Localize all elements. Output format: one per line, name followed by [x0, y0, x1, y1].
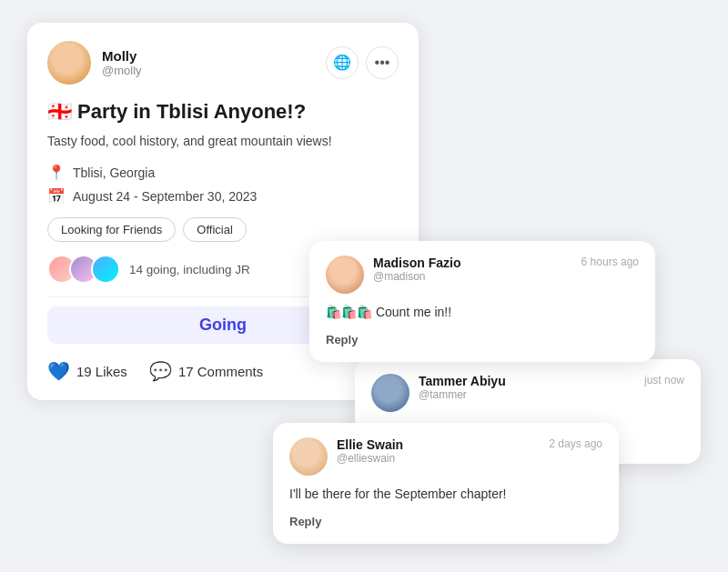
more-icon: •••	[375, 55, 390, 71]
tag-official[interactable]: Official	[183, 217, 247, 242]
comments-reaction[interactable]: 💬 17 Comments	[149, 360, 263, 382]
attendees-text: 14 going, including JR	[129, 263, 250, 276]
reactions-row: 💙 19 Likes 💬 17 Comments	[47, 360, 399, 382]
comment-card-ellie: Ellie Swain @ellieswain 2 days ago I'll …	[273, 423, 619, 544]
user-info-madison: Madison Fazio @madison	[373, 256, 572, 283]
user-info-tammer: Tammer Abiyu @tammer	[419, 374, 635, 401]
globe-icon: 🌐	[333, 54, 351, 71]
avatar-stack	[47, 255, 120, 284]
comments-count: 17 Comments	[178, 364, 263, 379]
location-row: 📍 Tblisi, Georgia	[47, 164, 399, 181]
comment-name-tammer: Tammer Abiyu	[419, 374, 635, 388]
comment-handle-madison: @madison	[373, 270, 572, 283]
likes-count: 19 Likes	[76, 364, 127, 379]
reply-button-madison[interactable]: Reply	[326, 333, 358, 346]
user-info: Molly @molly	[102, 48, 142, 77]
comment-header-tammer: Tammer Abiyu @tammer just now	[371, 374, 684, 412]
globe-button[interactable]: 🌐	[326, 46, 359, 79]
comment-card-madison: Madison Fazio @madison 6 hours ago 🛍️🛍️🛍…	[309, 241, 655, 362]
comment-handle-tammer: @tammer	[419, 388, 635, 401]
calendar-icon: 📅	[47, 187, 66, 205]
more-button[interactable]: •••	[366, 46, 399, 79]
heart-icon: 💙	[47, 360, 70, 382]
avatar-ellie	[289, 437, 328, 476]
comment-header-madison: Madison Fazio @madison 6 hours ago	[326, 256, 639, 294]
attendee-avatar-3	[91, 255, 120, 284]
comment-text-madison: 🛍️🛍️🛍️ Count me in!!	[326, 303, 639, 322]
comment-time-ellie: 2 days ago	[549, 437, 602, 450]
tags-row: Looking for Friends Official	[47, 217, 399, 242]
post-title: 🇬🇪 Party in Tblisi Anyone!?	[47, 99, 399, 125]
location-icon: 📍	[47, 164, 66, 181]
user-info-section: Molly @molly	[47, 41, 142, 85]
post-description: Tasty food, cool history, and great moun…	[47, 132, 399, 151]
date-text: August 24 - September 30, 2023	[73, 189, 257, 204]
user-handle: @molly	[102, 64, 142, 77]
reply-button-ellie[interactable]: Reply	[289, 515, 321, 528]
avatar	[47, 41, 91, 85]
user-info-ellie: Ellie Swain @ellieswain	[337, 437, 540, 465]
card-actions: 🌐 •••	[326, 46, 399, 79]
comment-handle-ellie: @ellieswain	[337, 452, 540, 465]
comment-name-madison: Madison Fazio	[373, 256, 572, 270]
comment-header-ellie: Ellie Swain @ellieswain 2 days ago	[289, 437, 602, 476]
date-row: 📅 August 24 - September 30, 2023	[47, 187, 399, 205]
tag-looking-for-friends[interactable]: Looking for Friends	[47, 217, 176, 242]
comment-time-madison: 6 hours ago	[581, 256, 639, 268]
comment-icon: 💬	[149, 360, 172, 382]
avatar-madison	[326, 256, 364, 294]
likes-reaction[interactable]: 💙 19 Likes	[47, 360, 127, 382]
avatar-tammer	[371, 374, 410, 412]
comment-text-ellie: I'll be there for the September chapter!	[289, 485, 602, 504]
card-header: Molly @molly 🌐 •••	[47, 41, 399, 85]
location-text: Tblisi, Georgia	[73, 166, 155, 180]
comment-time-tammer: just now	[644, 374, 684, 386]
comment-name-ellie: Ellie Swain	[337, 437, 540, 452]
user-name: Molly	[102, 48, 142, 64]
